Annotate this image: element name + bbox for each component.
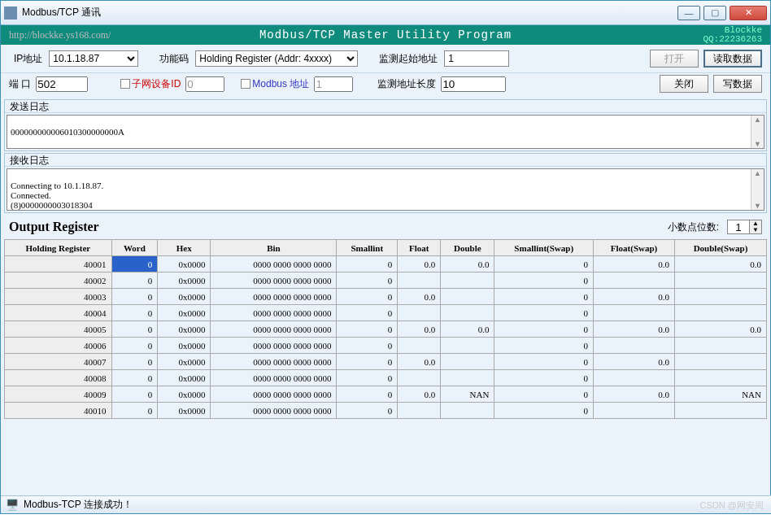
column-header[interactable]: Double(Swap): [674, 240, 766, 256]
table-cell[interactable]: 0: [494, 305, 594, 321]
table-cell[interactable]: [441, 370, 494, 386]
table-cell[interactable]: 0: [111, 289, 158, 305]
table-cell[interactable]: 40004: [5, 305, 112, 321]
subnet-input[interactable]: [185, 76, 224, 92]
table-cell[interactable]: [674, 338, 766, 354]
table-row[interactable]: 4001000x00000000 0000 0000 000000: [5, 403, 767, 419]
table-cell[interactable]: 0.0: [594, 386, 675, 403]
table-cell[interactable]: 0.0: [398, 321, 441, 338]
table-cell[interactable]: [398, 305, 441, 321]
maximize-button[interactable]: ▢: [703, 6, 726, 20]
table-cell[interactable]: 0.0: [398, 354, 441, 370]
table-cell[interactable]: 0: [337, 289, 398, 305]
modbus-addr-input[interactable]: [314, 76, 353, 92]
table-row[interactable]: 4000900x00000000 0000 0000 000000.0NAN00…: [5, 386, 767, 403]
column-header[interactable]: Smallint(Swap): [494, 240, 594, 256]
scrollbar-icon[interactable]: ▲▼: [751, 116, 764, 148]
table-cell[interactable]: 0: [111, 305, 158, 321]
column-header[interactable]: Bin: [211, 240, 337, 256]
titlebar[interactable]: Modbus/TCP 通讯 — ▢ ✕: [1, 1, 770, 25]
table-cell[interactable]: 0: [337, 256, 398, 273]
table-cell[interactable]: NAN: [441, 386, 494, 403]
table-cell[interactable]: 0x0000: [158, 354, 211, 370]
table-cell[interactable]: 0.0: [594, 289, 675, 305]
column-header[interactable]: Float(Swap): [594, 240, 675, 256]
table-cell[interactable]: 0000 0000 0000 0000: [211, 305, 337, 321]
table-cell[interactable]: 40007: [5, 354, 112, 370]
send-log-text[interactable]: 000000000006010300000000A ▲▼: [7, 115, 764, 149]
table-cell[interactable]: 40002: [5, 273, 112, 289]
decimals-spinner[interactable]: ▲▼: [727, 220, 762, 234]
table-cell[interactable]: 0: [337, 354, 398, 370]
table-row[interactable]: 4000100x00000000 0000 0000 000000.00.000…: [5, 256, 767, 273]
table-cell[interactable]: 0000 0000 0000 0000: [211, 354, 337, 370]
table-cell[interactable]: [398, 370, 441, 386]
table-cell[interactable]: [674, 370, 766, 386]
table-cell[interactable]: 0000 0000 0000 0000: [211, 289, 337, 305]
table-cell[interactable]: 0: [494, 321, 594, 338]
table-row[interactable]: 4000400x00000000 0000 0000 000000: [5, 305, 767, 321]
spinner-down-icon[interactable]: ▼: [750, 227, 761, 233]
table-cell[interactable]: 0.0: [398, 386, 441, 403]
table-cell[interactable]: 0000 0000 0000 0000: [211, 338, 337, 354]
table-cell[interactable]: 0.0: [594, 256, 675, 273]
table-cell[interactable]: 40001: [5, 256, 112, 273]
table-cell[interactable]: 0: [337, 370, 398, 386]
table-cell[interactable]: [594, 403, 675, 419]
column-header[interactable]: Float: [398, 240, 441, 256]
register-table[interactable]: Holding RegisterWordHexBinSmallintFloatD…: [4, 239, 767, 419]
table-cell[interactable]: [398, 403, 441, 419]
table-cell[interactable]: 0x0000: [158, 273, 211, 289]
table-cell[interactable]: 0.0: [398, 256, 441, 273]
table-cell[interactable]: 0: [494, 338, 594, 354]
table-cell[interactable]: [674, 305, 766, 321]
table-cell[interactable]: 0.0: [674, 256, 766, 273]
table-cell[interactable]: [594, 273, 675, 289]
table-cell[interactable]: [398, 273, 441, 289]
table-cell[interactable]: [674, 354, 766, 370]
table-cell[interactable]: [441, 305, 494, 321]
table-cell[interactable]: [594, 338, 675, 354]
func-select[interactable]: Holding Register (Addr: 4xxxx): [195, 50, 358, 67]
table-row[interactable]: 4000700x00000000 0000 0000 000000.000.0: [5, 354, 767, 370]
table-cell[interactable]: 40006: [5, 338, 112, 354]
table-cell[interactable]: 0x0000: [158, 370, 211, 386]
table-row[interactable]: 4000300x00000000 0000 0000 000000.000.0: [5, 289, 767, 305]
table-cell[interactable]: 0: [494, 354, 594, 370]
table-cell[interactable]: [441, 338, 494, 354]
column-header[interactable]: Double: [441, 240, 494, 256]
table-cell[interactable]: 0x0000: [158, 321, 211, 338]
table-cell[interactable]: 0: [337, 321, 398, 338]
read-button[interactable]: 读取数据: [703, 50, 762, 68]
table-cell[interactable]: 0: [337, 273, 398, 289]
table-cell[interactable]: [441, 273, 494, 289]
subnet-checkbox[interactable]: 子网设备ID: [120, 77, 181, 91]
table-cell[interactable]: 40003: [5, 289, 112, 305]
table-cell[interactable]: 0000 0000 0000 0000: [211, 370, 337, 386]
table-cell[interactable]: 0: [494, 256, 594, 273]
start-addr-input[interactable]: [444, 50, 509, 67]
column-header[interactable]: Smallint: [337, 240, 398, 256]
table-cell[interactable]: NAN: [674, 386, 766, 403]
table-cell[interactable]: 40005: [5, 321, 112, 338]
table-cell[interactable]: 0x0000: [158, 403, 211, 419]
table-cell[interactable]: [674, 403, 766, 419]
table-cell[interactable]: 0.0: [674, 321, 766, 338]
table-cell[interactable]: 0: [337, 403, 398, 419]
table-cell[interactable]: 0: [111, 386, 158, 403]
table-cell[interactable]: 0: [111, 321, 158, 338]
table-cell[interactable]: [398, 338, 441, 354]
table-cell[interactable]: [674, 289, 766, 305]
table-cell[interactable]: 0000 0000 0000 0000: [211, 256, 337, 273]
table-cell[interactable]: 0: [494, 273, 594, 289]
table-cell[interactable]: 0: [494, 289, 594, 305]
table-cell[interactable]: 0: [111, 403, 158, 419]
close-conn-button[interactable]: 关闭: [660, 75, 708, 93]
table-cell[interactable]: 0: [111, 256, 158, 273]
table-cell[interactable]: [594, 305, 675, 321]
scrollbar-icon[interactable]: ▲▼: [751, 169, 764, 210]
table-cell[interactable]: 40008: [5, 370, 112, 386]
table-cell[interactable]: 0x0000: [158, 338, 211, 354]
table-cell[interactable]: 0x0000: [158, 305, 211, 321]
table-cell[interactable]: 0: [111, 370, 158, 386]
